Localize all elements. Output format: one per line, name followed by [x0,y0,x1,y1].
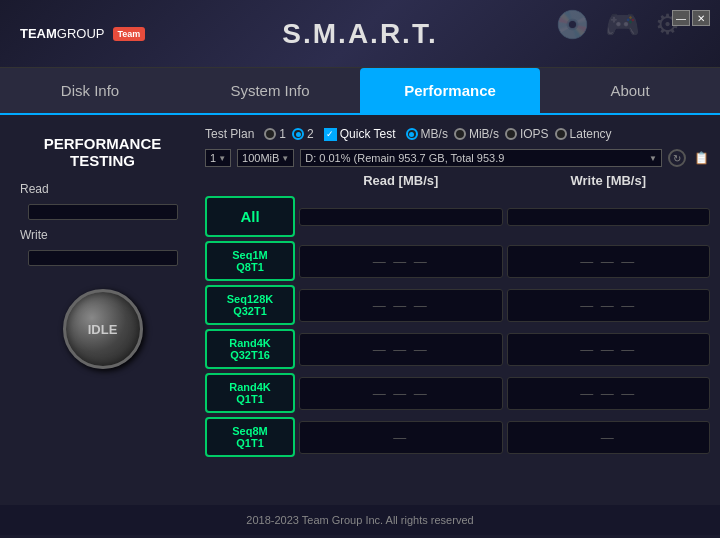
copy-icon[interactable]: 📋 [692,149,710,167]
unit-latency-label: Latency [570,127,612,141]
radio-mbs-dot [406,128,418,140]
bench-row-4: Seq8M Q1T1 — — [205,417,710,457]
radio-latency-dot [555,128,567,140]
bench-label-3-line2: Q1T1 [207,393,293,405]
test-plan-option-1[interactable]: 1 [264,127,286,141]
bench-row-2: Rand4K Q32T16 — — — — — — [205,329,710,369]
quick-test-option[interactable]: ✓ Quick Test [324,127,396,141]
bench-row-3: Rand4K Q1T1 — — — — — — [205,373,710,413]
bench-label-2[interactable]: Rand4K Q32T16 [205,329,295,369]
test-plan-label: Test Plan [205,127,254,141]
logo-area: TEAMGROUP Team [20,26,145,41]
bench-read-3: — — — [299,377,503,410]
radio-2-label: 2 [307,127,314,141]
tab-disk-info[interactable]: Disk Info [0,68,180,113]
unit-radios: MB/s MiB/s IOPS Latency [406,127,612,141]
count-arrow-icon: ▼ [218,154,226,163]
bench-label-1[interactable]: Seq128K Q32T1 [205,285,295,325]
bench-read-4: — [299,421,503,454]
unit-mbs[interactable]: MB/s [406,127,448,141]
unit-mibs-label: MiB/s [469,127,499,141]
quick-test-checkbox: ✓ [324,128,337,141]
bench-read-1: — — — [299,289,503,322]
bench-write-2: — — — [507,333,711,366]
bench-label-4-line1: Seq8M [207,425,293,437]
unit-iops[interactable]: IOPS [505,127,549,141]
bench-write-1: — — — [507,289,711,322]
decorative-icons: 💿 🎮 ⚙ [555,8,680,41]
radio-1-dot [264,128,276,140]
logo-team: TEAM [20,26,57,41]
controller-icon: 🎮 [605,8,640,41]
tab-performance[interactable]: Performance [360,68,540,113]
radio-iops-dot [505,128,517,140]
unit-latency[interactable]: Latency [555,127,612,141]
tab-about[interactable]: About [540,68,720,113]
table-header: Read [MB/s] Write [MB/s] [205,173,710,190]
nav-tabs: Disk Info System Info Performance About [0,68,720,115]
bench-write-0: — — — [507,245,711,278]
size-value: 100MiB [242,152,279,164]
left-panel: PERFORMANCETESTING Read Write IDLE [10,125,195,495]
size-select[interactable]: 100MiB ▼ [237,149,294,167]
bench-label-1-line2: Q32T1 [207,305,293,317]
radio-2-dot [292,128,304,140]
test-plan-option-2[interactable]: 2 [292,127,314,141]
count-select[interactable]: 1 ▼ [205,149,231,167]
bench-label-0[interactable]: Seq1M Q8T1 [205,241,295,281]
refresh-icon[interactable]: ↻ [668,149,686,167]
col-label-placeholder [205,173,295,188]
bench-rows: All Seq1M Q8T1 — — — — — — Seq128K Q32T1 [205,196,710,495]
bench-label-4-line2: Q1T1 [207,437,293,449]
main-content: PERFORMANCETESTING Read Write IDLE Test … [0,115,720,505]
write-label: Write [20,228,48,242]
all-button[interactable]: All [205,196,295,237]
copyright-text: 2018-2023 Team Group Inc. All rights res… [246,514,473,526]
all-row: All [205,196,710,237]
bench-write-4: — [507,421,711,454]
size-arrow-icon: ▼ [281,154,289,163]
col-read-header: Read [MB/s] [299,173,503,188]
tab-system-info[interactable]: System Info [180,68,360,113]
bench-write-3: — — — [507,377,711,410]
bench-row-0: Seq1M Q8T1 — — — — — — [205,241,710,281]
minimize-button[interactable]: — [672,10,690,26]
bench-row-1: Seq128K Q32T1 — — — — — — [205,285,710,325]
bench-label-3[interactable]: Rand4K Q1T1 [205,373,295,413]
options-row: 1 ▼ 100MiB ▼ D: 0.01% (Remain 953.7 GB, … [205,149,710,167]
performance-testing-title: PERFORMANCETESTING [44,135,162,169]
all-read-value [299,208,503,226]
all-write-value [507,208,711,226]
idle-button[interactable]: IDLE [63,289,143,369]
footer: 2018-2023 Team Group Inc. All rights res… [0,505,720,535]
bench-read-2: — — — [299,333,503,366]
app-title: S.M.A.R.T. [282,18,437,50]
radio-1-label: 1 [279,127,286,141]
quick-test-label: Quick Test [340,127,396,141]
disk-icon: 💿 [555,8,590,41]
right-panel: Test Plan 1 2 ✓ Quick Test MB/s [205,125,710,495]
logo-group: GROUP [57,26,105,41]
logo-badge: Team [113,27,146,41]
unit-mbs-label: MB/s [421,127,448,141]
read-progress-bar [28,204,178,220]
radio-mibs-dot [454,128,466,140]
drive-info: D: 0.01% (Remain 953.7 GB, Total 953.9 [305,152,647,164]
drive-arrow-icon: ▼ [649,154,657,163]
bench-label-3-line1: Rand4K [207,381,293,393]
unit-iops-label: IOPS [520,127,549,141]
bench-label-4[interactable]: Seq8M Q1T1 [205,417,295,457]
test-plan-options: 1 2 [264,127,313,141]
window-controls: — ✕ [672,10,710,26]
close-button[interactable]: ✕ [692,10,710,26]
col-write-header: Write [MB/s] [507,173,711,188]
drive-select[interactable]: D: 0.01% (Remain 953.7 GB, Total 953.9 ▼ [300,149,662,167]
unit-mibs[interactable]: MiB/s [454,127,499,141]
test-plan-row: Test Plan 1 2 ✓ Quick Test MB/s [205,125,710,143]
bench-label-1-line1: Seq128K [207,293,293,305]
bench-label-2-line1: Rand4K [207,337,293,349]
app-header: TEAMGROUP Team S.M.A.R.T. 💿 🎮 ⚙ — ✕ [0,0,720,68]
bench-label-2-line2: Q32T16 [207,349,293,361]
bench-label-0-line2: Q8T1 [207,261,293,273]
read-label: Read [20,182,49,196]
